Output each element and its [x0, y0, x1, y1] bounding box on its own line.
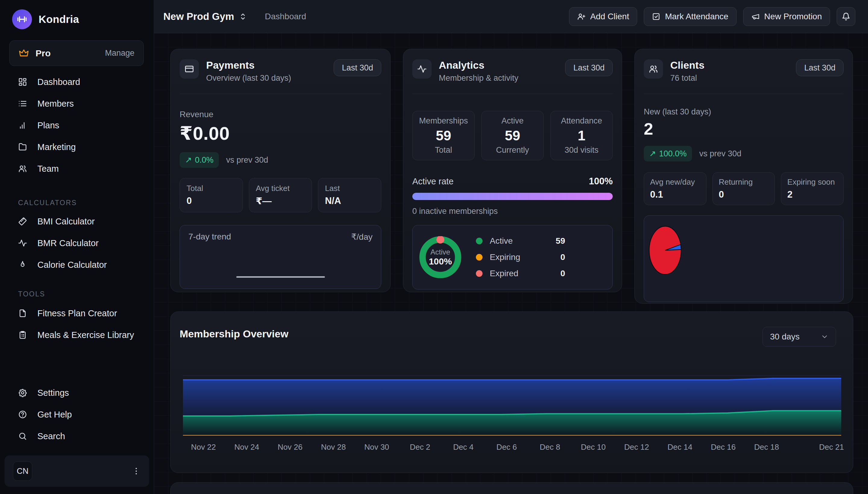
users-group-icon	[644, 59, 663, 79]
stat-label: Returning	[719, 177, 769, 187]
payments-delta-badge: ↗ 0.0%	[180, 152, 219, 168]
x-tick-label: Nov 24	[235, 442, 259, 452]
sidebar-item-bmr-calculator[interactable]: BMR Calculator	[0, 232, 154, 254]
analytics-card: Analytics Membership & activity Last 30d…	[403, 49, 622, 292]
new-promotion-button[interactable]: New Promotion	[743, 7, 830, 26]
x-tick-label: Dec 12	[624, 442, 649, 452]
chevrons-up-down-icon[interactable]	[238, 12, 247, 21]
megaphone-icon	[751, 12, 760, 21]
range-dropdown-value: 30 days	[770, 332, 799, 342]
sidebar-item-meals-exercise-library[interactable]: Meals & Exercise Library	[0, 324, 154, 346]
total-line	[183, 378, 841, 380]
sidebar-item-label: BMI Calculator	[37, 216, 95, 227]
user-panel[interactable]: CN	[4, 455, 149, 487]
clients-delta-suffix: vs prev 30d	[699, 149, 741, 158]
stat-label: Avg ticket	[256, 184, 305, 193]
clients-delta-badge: ↗ 100.0%	[644, 146, 692, 162]
payments-stat-last: Last N/A	[318, 178, 381, 212]
range-dropdown[interactable]: 30 days	[762, 327, 836, 347]
gear-icon	[18, 388, 27, 397]
crown-icon	[19, 48, 29, 58]
x-axis-labels: Nov 22Nov 24Nov 26Nov 28Nov 30Dec 2Dec 4…	[203, 442, 832, 453]
stat-label: Avg new/day	[650, 177, 700, 187]
sidebar-item-dashboard[interactable]: Dashboard	[0, 71, 154, 93]
mark-attendance-button[interactable]: Mark Attendance	[644, 7, 736, 26]
stat-value: 59	[436, 128, 451, 144]
donut-legend: Active 59 Expiring 0 Expired 0	[476, 236, 565, 278]
square-check-icon	[652, 12, 660, 21]
sidebar-item-label: Search	[37, 431, 65, 441]
manage-plan-button[interactable]: Manage	[105, 49, 134, 58]
sidebar-item-get-help[interactable]: Get Help	[0, 404, 154, 425]
stat-sub: Total	[435, 146, 452, 155]
legend-dot-expiring	[476, 254, 482, 261]
kebab-menu-icon[interactable]	[132, 467, 141, 476]
clients-stat-expiring-soon: Expiring soon 2	[781, 172, 844, 205]
x-tick-label: Dec 21	[819, 442, 844, 452]
sidebar-item-team[interactable]: Team	[0, 158, 154, 179]
stat-label: Expiring soon	[787, 177, 837, 187]
x-tick-label: Dec 2	[410, 442, 430, 452]
stat-sub: 30d visits	[565, 146, 598, 155]
sidebar-item-search[interactable]: Search	[0, 425, 154, 447]
legend-value: 0	[541, 252, 565, 262]
x-tick-label: Dec 16	[711, 442, 735, 452]
membership-status-panel: Active 100% Active 59 Expiring 0 Expire	[412, 225, 613, 289]
avatar: CN	[13, 461, 32, 481]
chevron-down-icon	[821, 333, 829, 341]
sidebar: Kondria Pro Manage Dashboard Members Pla…	[0, 0, 154, 494]
clients-pie-panel	[644, 215, 844, 302]
membership-area-chart	[183, 375, 841, 436]
sidebar-item-label: Marketing	[37, 142, 76, 152]
list-icon	[18, 99, 27, 108]
payments-delta-value: 0.0%	[195, 155, 214, 165]
active-rate-value: 100%	[589, 176, 613, 187]
x-tick-label: Dec 4	[453, 442, 474, 452]
x-tick-label: Dec 10	[581, 442, 606, 452]
sidebar-item-members[interactable]: Members	[0, 93, 154, 114]
sidebar-item-settings[interactable]: Settings	[0, 382, 154, 404]
x-tick-label: Dec 6	[496, 442, 517, 452]
sidebar-item-plans[interactable]: Plans	[0, 114, 154, 136]
add-client-label: Add Client	[590, 12, 629, 21]
sidebar-item-label: Plans	[37, 120, 59, 130]
legend-row-active: Active 59	[476, 236, 565, 246]
sidebar-item-fitness-plan-creator[interactable]: Fitness Plan Creator	[0, 302, 154, 324]
folder-icon	[18, 142, 27, 152]
stat-label: Last	[325, 184, 374, 193]
legend-value: 59	[541, 236, 565, 246]
membership-overview-title: Membership Overview	[180, 328, 289, 340]
sidebar-item-marketing[interactable]: Marketing	[0, 136, 154, 158]
ruler-icon	[18, 217, 27, 226]
stat-value: 0.1	[650, 189, 700, 200]
topbar: New Prod Gym Dashboard Add Client Mark A…	[154, 0, 868, 33]
notifications-button[interactable]	[837, 7, 855, 26]
topbar-actions: Add Client Mark Attendance New Promotion	[569, 7, 855, 26]
sidebar-item-bmi-calculator[interactable]: BMI Calculator	[0, 211, 154, 232]
pro-plan-card[interactable]: Pro Manage	[10, 40, 144, 66]
next-card-stub	[170, 482, 853, 494]
analytics-stat-memberships: Memberships 59 Total	[412, 111, 475, 160]
gym-selector[interactable]: New Prod Gym	[163, 11, 234, 22]
payments-card: Payments Overview (last 30 days) Last 30…	[170, 49, 391, 292]
pulse-icon	[412, 59, 431, 79]
stat-value: 59	[505, 128, 520, 144]
sidebar-item-label: Settings	[37, 388, 69, 398]
sidebar-item-calorie-calculator[interactable]: Calorie Calculator	[0, 254, 154, 276]
section-label-calculators: CALCULATORS	[18, 199, 77, 207]
stat-sub: Currently	[496, 146, 529, 155]
activity-icon	[18, 239, 27, 248]
payments-delta-suffix: vs prev 30d	[226, 155, 268, 165]
payments-title: Payments	[206, 59, 291, 71]
dumbbell-icon	[17, 14, 27, 25]
stat-value: 1	[578, 128, 586, 144]
clients-stat-avg-new: Avg new/day 0.1	[644, 172, 706, 205]
inactive-note: 0 inactive memberships	[412, 207, 613, 216]
new-clients-label: New (last 30 days)	[644, 107, 844, 117]
add-client-button[interactable]: Add Client	[569, 7, 637, 26]
legend-dot-active	[476, 238, 482, 244]
legend-label: Expired	[490, 269, 541, 278]
active-rate-fill	[412, 193, 613, 200]
user-plus-icon	[577, 12, 586, 21]
stat-label: Total	[187, 184, 236, 193]
